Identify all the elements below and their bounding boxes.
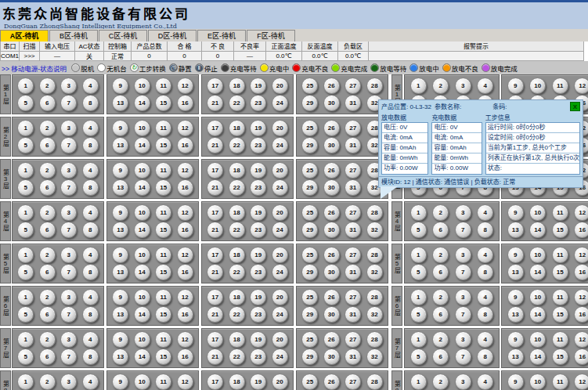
cell-button[interactable]: 22 <box>229 95 245 111</box>
cell-button[interactable]: 10 <box>134 162 150 179</box>
cell-button[interactable]: 6 <box>39 348 56 365</box>
cell-button[interactable]: 6 <box>432 306 449 323</box>
cell-button[interactable]: 10 <box>134 78 150 94</box>
cell-button[interactable]: 1 <box>17 374 34 390</box>
cell-button[interactable]: 27 <box>345 289 361 305</box>
cell-button[interactable]: 18 <box>229 247 245 263</box>
cell-button[interactable]: 1 <box>17 120 34 136</box>
cell-button[interactable]: 27 <box>345 374 361 390</box>
cell-button[interactable]: 20 <box>272 78 288 94</box>
cell-button[interactable]: 14 <box>134 222 150 238</box>
cell-button[interactable]: 10 <box>529 204 546 221</box>
cell-button[interactable]: 6 <box>39 95 56 111</box>
cell-button[interactable]: 31 <box>345 306 361 323</box>
cell-button[interactable]: 16 <box>574 348 588 365</box>
cell-button[interactable]: 28 <box>366 247 383 263</box>
cell-button[interactable]: 8 <box>82 222 99 238</box>
cell-button[interactable]: 1 <box>17 289 34 305</box>
cell-button[interactable]: 23 <box>250 137 266 153</box>
cell-button[interactable]: 12 <box>574 331 588 348</box>
cell-button[interactable]: 4 <box>82 78 99 94</box>
cell-button[interactable]: 9 <box>507 78 524 94</box>
cell-button[interactable]: 27 <box>345 331 361 348</box>
cell-button[interactable]: 4 <box>82 331 99 348</box>
cell-button[interactable]: 11 <box>155 289 171 305</box>
cell-button[interactable]: 9 <box>112 78 128 94</box>
cell-button[interactable]: 25 <box>301 289 318 305</box>
cell-button[interactable]: 12 <box>177 374 193 390</box>
cell-button[interactable]: 12 <box>177 331 193 348</box>
cell-button[interactable]: 31 <box>345 137 361 153</box>
cell-button[interactable]: 5 <box>17 222 34 238</box>
cell-button[interactable]: 15 <box>155 95 171 111</box>
cell-button[interactable]: 1 <box>410 331 427 348</box>
cell-button[interactable]: 15 <box>552 222 568 238</box>
cell-button[interactable]: 18 <box>229 289 245 305</box>
cell-button[interactable]: 28 <box>366 289 383 305</box>
cell-button[interactable]: 29 <box>301 264 318 280</box>
cell-button[interactable]: 2 <box>432 331 449 348</box>
cell-button[interactable]: 24 <box>272 222 288 238</box>
cell-button[interactable]: 25 <box>301 374 318 390</box>
cell-button[interactable]: 6 <box>39 179 56 196</box>
cell-button[interactable]: 7 <box>455 348 471 365</box>
cell-button[interactable]: 2 <box>39 204 56 221</box>
cell-button[interactable]: 30 <box>323 137 340 153</box>
cell-button[interactable]: 22 <box>229 137 245 153</box>
cell-button[interactable]: 25 <box>301 331 318 348</box>
cell-button[interactable]: 16 <box>177 95 193 111</box>
cell-button[interactable]: 24 <box>272 137 288 153</box>
cell-button[interactable]: 31 <box>345 95 361 111</box>
cell-button[interactable]: 5 <box>17 137 34 153</box>
cell-button[interactable]: 10 <box>529 289 546 305</box>
cell-button[interactable]: 6 <box>39 222 56 238</box>
cell-button[interactable]: 19 <box>250 331 266 348</box>
cell-button[interactable]: 27 <box>345 162 361 179</box>
cell-button[interactable]: 7 <box>60 95 77 111</box>
cell-button[interactable]: 15 <box>155 348 171 365</box>
cell-button[interactable]: 21 <box>207 306 223 323</box>
cell-button[interactable]: 11 <box>552 247 568 263</box>
cell-button[interactable]: 28 <box>366 374 383 390</box>
cell-button[interactable]: 15 <box>552 348 568 365</box>
cell-button[interactable]: 12 <box>177 204 193 221</box>
cell-button[interactable]: 18 <box>229 162 245 179</box>
cell-button[interactable]: 3 <box>455 331 471 348</box>
cell-button[interactable]: 8 <box>82 137 99 153</box>
cell-button[interactable]: 5 <box>410 222 427 238</box>
cell-button[interactable]: 13 <box>112 306 128 323</box>
cell-button[interactable]: 30 <box>323 348 340 365</box>
cell-button[interactable]: 7 <box>60 306 77 323</box>
cell-button[interactable]: 22 <box>229 264 245 280</box>
cell-button[interactable]: 13 <box>112 264 128 280</box>
cell-button[interactable]: 13 <box>112 179 128 196</box>
cell-button[interactable]: 10 <box>134 120 150 136</box>
cell-button[interactable]: 13 <box>507 222 524 238</box>
tab-zone-1[interactable]: B区-待机 <box>49 30 98 42</box>
cell-button[interactable]: 24 <box>272 348 288 365</box>
cell-button[interactable]: 18 <box>229 204 245 221</box>
cell-button[interactable]: 3 <box>60 78 77 94</box>
cell-button[interactable]: 9 <box>507 247 524 263</box>
cell-button[interactable]: 31 <box>345 348 361 365</box>
cell-button[interactable]: 2 <box>432 204 449 221</box>
cell-button[interactable]: 1 <box>410 374 427 390</box>
cell-button[interactable]: 20 <box>272 289 288 305</box>
cell-button[interactable]: 11 <box>552 78 568 94</box>
cell-button[interactable]: 31 <box>345 264 361 280</box>
cell-button[interactable]: 20 <box>272 204 288 221</box>
cell-button[interactable]: 5 <box>17 264 34 280</box>
cell-button[interactable]: 4 <box>82 120 99 136</box>
cell-button[interactable]: 14 <box>134 264 150 280</box>
cell-button[interactable]: 17 <box>207 120 223 136</box>
cell-button[interactable]: 14 <box>134 137 150 153</box>
cell-button[interactable]: 10 <box>134 331 150 348</box>
cell-button[interactable]: 32 <box>366 306 383 323</box>
cell-button[interactable]: 13 <box>112 95 128 111</box>
cell-button[interactable]: 16 <box>177 137 193 153</box>
cell-button[interactable]: 4 <box>477 374 493 390</box>
cell-button[interactable]: 12 <box>574 289 588 305</box>
cell-button[interactable]: 9 <box>507 289 524 305</box>
cell-button[interactable]: 16 <box>574 222 588 238</box>
cell-button[interactable]: 23 <box>250 306 266 323</box>
